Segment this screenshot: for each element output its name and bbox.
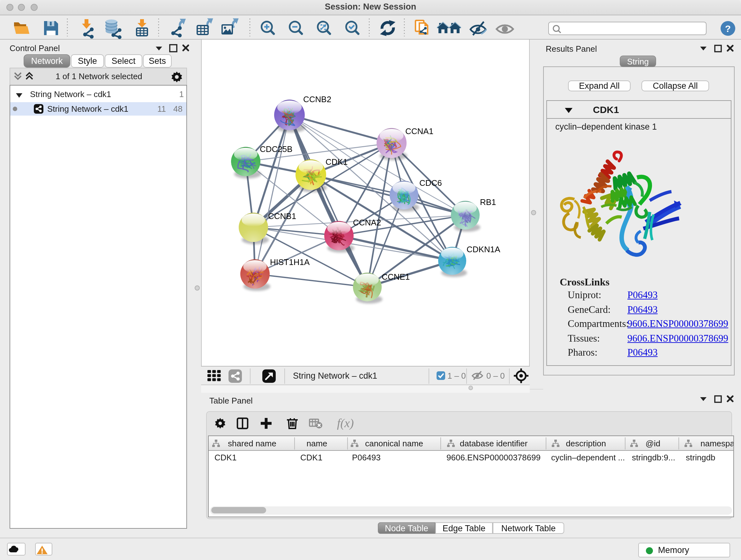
svg-text:CDKN1A: CDKN1A	[467, 245, 500, 254]
svg-text:CCNA2: CCNA2	[353, 218, 381, 227]
svg-text:CDC6: CDC6	[419, 178, 442, 188]
svg-text:RB1: RB1	[480, 197, 496, 207]
svg-text:HIST1H1A: HIST1H1A	[270, 257, 310, 267]
svg-text:CCNB2: CCNB2	[303, 95, 331, 104]
svg-text:CCNE1: CCNE1	[382, 272, 410, 282]
svg-text:f(x): f(x)	[337, 416, 354, 430]
svg-text:CDC25B: CDC25B	[260, 144, 293, 154]
svg-text:CDK1: CDK1	[326, 157, 347, 167]
svg-text:CCNB1: CCNB1	[268, 211, 296, 221]
svg-text:CCNA1: CCNA1	[405, 126, 433, 136]
